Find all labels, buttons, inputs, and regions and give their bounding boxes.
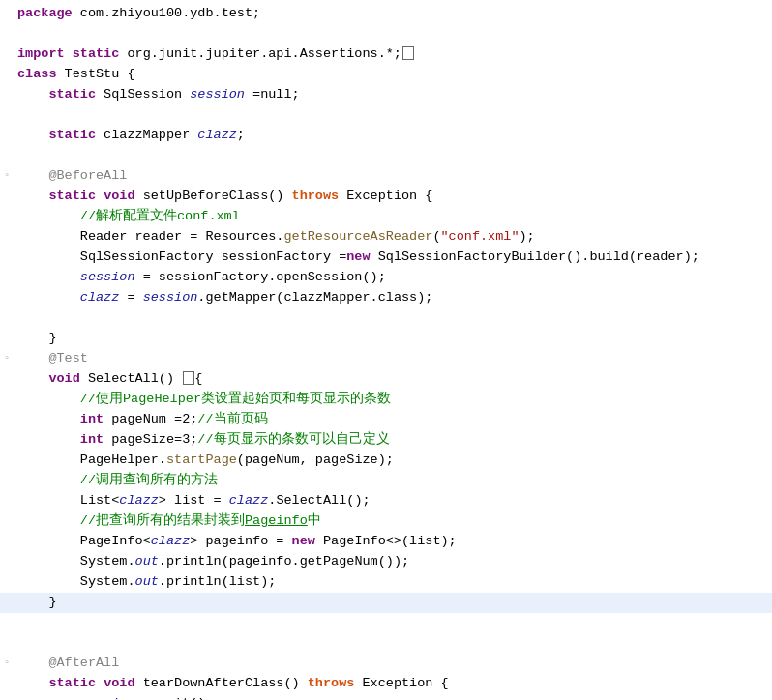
line-content-7: static clazzMapper clazz; (14, 126, 772, 146)
line-gutter-18: ◦ (0, 349, 14, 366)
line-gutter-32 (0, 633, 14, 634)
line-gutter-3 (0, 44, 14, 45)
line-content-13: SqlSessionFactory sessionFactory =new Sq… (14, 248, 772, 268)
line-gutter-25 (0, 491, 14, 492)
line-gutter-20 (0, 390, 14, 391)
code-line-35: session.commit(); (0, 694, 772, 700)
code-line-12: Reader reader = Resources.getResourceAsR… (0, 227, 772, 248)
code-line-25: List<clazz> list = clazz.SelectAll(); (0, 491, 772, 511)
line-content-3: import static org.junit.jupiter.api.Asse… (14, 44, 772, 65)
code-line-2 (0, 24, 772, 44)
line-gutter-9: ◦ (0, 166, 14, 184)
line-content-30: } (14, 593, 772, 613)
code-line-29: System.out.println(list); (0, 572, 772, 593)
line-gutter-31 (0, 613, 14, 614)
line-content-9: @BeforeAll (14, 166, 772, 187)
line-content-11: //解析配置文件conf.xml (14, 207, 772, 227)
bracket-indicator-2 (183, 371, 194, 385)
code-line-16 (0, 308, 772, 329)
line-gutter-29 (0, 572, 14, 573)
code-line-32 (0, 633, 772, 654)
line-gutter-19 (0, 369, 14, 370)
code-line-31 (0, 613, 772, 633)
line-content-10: static void setUpBeforeClass() throws Ex… (14, 187, 772, 207)
code-line-8 (0, 146, 772, 166)
line-gutter-21 (0, 410, 14, 411)
line-content-31 (14, 613, 772, 633)
code-line-30: } (0, 593, 772, 613)
code-line-18: ◦ @Test (0, 349, 772, 369)
line-content-19: void SelectAll() { (14, 369, 772, 390)
line-gutter-34 (0, 674, 14, 675)
line-gutter-4 (0, 65, 14, 66)
code-line-14: session = sessionFactory.openSession(); (0, 268, 772, 288)
code-line-7: static clazzMapper clazz; (0, 126, 772, 146)
code-editor: package com.zhiyou100.ydb.test; import s… (0, 0, 772, 700)
code-line-4: class TestStu { (0, 65, 772, 85)
line-content-26: //把查询所有的结果封装到Pageinfo中 (14, 511, 772, 532)
code-line-3: import static org.junit.jupiter.api.Asse… (0, 44, 772, 65)
line-gutter-7 (0, 126, 14, 127)
code-line-5: static SqlSession session =null; (0, 85, 772, 105)
line-gutter-16 (0, 308, 14, 309)
line-content-18: @Test (14, 349, 772, 369)
line-content-35: session.commit(); (14, 694, 772, 700)
line-content-5: static SqlSession session =null; (14, 85, 772, 105)
code-line-17: } (0, 329, 772, 349)
line-gutter-23 (0, 451, 14, 452)
line-gutter-13 (0, 248, 14, 248)
line-gutter-1 (0, 4, 14, 5)
code-line-21: int pageNum =2;//当前页码 (0, 410, 772, 430)
code-line-34: static void tearDownAfterClass() throws … (0, 674, 772, 694)
line-gutter-26 (0, 511, 14, 512)
code-line-24: //调用查询所有的方法 (0, 471, 772, 491)
line-gutter-14 (0, 268, 14, 269)
line-gutter-2 (0, 24, 14, 25)
code-line-19: void SelectAll() { (0, 369, 772, 390)
line-gutter-28 (0, 552, 14, 553)
code-line-33: ◦ @AfterAll (0, 654, 772, 674)
code-line-9: ◦ @BeforeAll (0, 166, 772, 187)
line-content-23: PageHelper.startPage(pageNum, pageSize); (14, 451, 772, 471)
line-gutter-33: ◦ (0, 654, 14, 671)
line-content-29: System.out.println(list); (14, 572, 772, 593)
line-content-4: class TestStu { (14, 65, 772, 85)
line-gutter-15 (0, 288, 14, 289)
line-gutter-11 (0, 207, 14, 208)
code-line-22: int pageSize=3;//每页显示的条数可以自己定义 (0, 430, 772, 451)
line-gutter-30 (0, 593, 14, 594)
line-content-32 (14, 633, 772, 654)
line-gutter-6 (0, 105, 14, 106)
code-line-28: System.out.println(pageinfo.getPageNum()… (0, 552, 772, 572)
code-line-11: //解析配置文件conf.xml (0, 207, 772, 227)
bracket-indicator (402, 46, 414, 60)
line-content-15: clazz = session.getMapper(clazzMapper.cl… (14, 288, 772, 308)
line-content-34: static void tearDownAfterClass() throws … (14, 674, 772, 694)
line-content-33: @AfterAll (14, 654, 772, 674)
line-gutter-24 (0, 471, 14, 472)
line-gutter-27 (0, 532, 14, 533)
line-content-17: } (14, 329, 772, 349)
line-gutter-12 (0, 227, 14, 228)
code-line-13: SqlSessionFactory sessionFactory =new Sq… (0, 248, 772, 268)
code-line-20: //使用PageHelper类设置起始页和每页显示的条数 (0, 390, 772, 410)
line-content-6 (14, 105, 772, 126)
line-content-8 (14, 146, 772, 166)
line-content-16 (14, 308, 772, 329)
code-line-15: clazz = session.getMapper(clazzMapper.cl… (0, 288, 772, 308)
line-content-24: //调用查询所有的方法 (14, 471, 772, 491)
line-content-2 (14, 24, 772, 44)
code-line-1: package com.zhiyou100.ydb.test; (0, 4, 772, 24)
line-content-21: int pageNum =2;//当前页码 (14, 410, 772, 430)
line-content-28: System.out.println(pageinfo.getPageNum()… (14, 552, 772, 572)
code-line-23: PageHelper.startPage(pageNum, pageSize); (0, 451, 772, 471)
line-content-1: package com.zhiyou100.ydb.test; (14, 4, 772, 24)
line-content-20: //使用PageHelper类设置起始页和每页显示的条数 (14, 390, 772, 410)
line-content-12: Reader reader = Resources.getResourceAsR… (14, 227, 772, 248)
line-content-14: session = sessionFactory.openSession(); (14, 268, 772, 288)
code-line-26: //把查询所有的结果封装到Pageinfo中 (0, 511, 772, 532)
line-content-22: int pageSize=3;//每页显示的条数可以自己定义 (14, 430, 772, 451)
code-line-6 (0, 105, 772, 126)
line-gutter-17 (0, 329, 14, 330)
line-gutter-22 (0, 430, 14, 431)
